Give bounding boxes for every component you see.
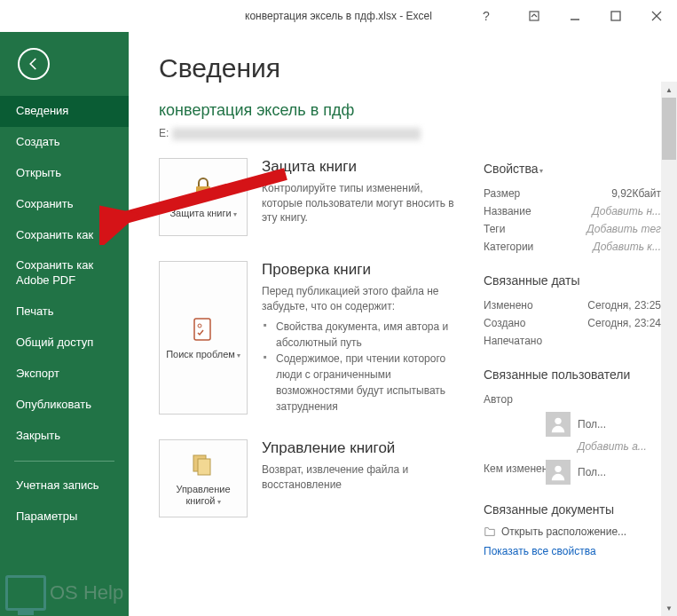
- document-path: E:: [159, 127, 677, 140]
- window-title: конвертация эксель в пдф.xlsx - Excel: [245, 10, 432, 22]
- prop-row-created: СозданоСегодня, 23:24: [484, 314, 661, 332]
- maximize-icon[interactable]: [595, 0, 636, 32]
- people-heading: Связанные пользователи: [484, 367, 661, 382]
- svg-rect-7: [194, 319, 210, 340]
- check-issues-label: Поиск проблем▾: [166, 349, 240, 360]
- add-author-link[interactable]: Добавить а...: [578, 440, 661, 453]
- scroll-up-icon[interactable]: ▲: [661, 82, 677, 98]
- manage-desc: Возврат, извлечение файла и восстановлен…: [262, 462, 462, 493]
- prop-row-modified: ИзмененоСегодня, 23:25: [484, 296, 661, 314]
- svg-point-12: [555, 465, 561, 471]
- protect-heading: Защита книги: [262, 158, 462, 176]
- manage-workbook-block: Управление книгой▾ Управление книгой Воз…: [159, 439, 462, 517]
- changed-by-user[interactable]: Пол...: [546, 460, 661, 485]
- sidebar-item-info[interactable]: Сведения: [0, 96, 129, 127]
- prop-row-title: НазваниеДобавить н...: [484, 202, 661, 220]
- checklist-icon: [189, 315, 217, 344]
- folder-icon: [484, 525, 496, 538]
- inspect-item: Содержимое, при чтении которого люди с о…: [262, 351, 462, 415]
- prop-row-categories: КатегорииДобавить к...: [484, 238, 661, 256]
- sidebar-item-share[interactable]: Общий доступ: [0, 328, 129, 359]
- documents-heading: Связанные документы: [484, 502, 661, 517]
- svg-rect-0: [530, 12, 539, 20]
- inspect-list: Свойства документа, имя автора и абсолют…: [262, 319, 462, 415]
- author-user[interactable]: Пол...: [546, 412, 661, 437]
- watermark-text: OS Help: [50, 581, 123, 604]
- author-name: Пол...: [578, 418, 606, 430]
- watermark: OS Help: [5, 575, 123, 611]
- path-drive: E:: [159, 127, 172, 139]
- ribbon-toggle-icon[interactable]: [514, 0, 555, 32]
- author-row: Автор: [484, 391, 661, 408]
- check-issues-button[interactable]: Поиск проблем▾: [159, 261, 248, 415]
- changed-by-name: Пол...: [578, 466, 606, 478]
- inspect-desc: Перед публикацией этого файла не забудьт…: [262, 284, 462, 314]
- info-main-column: Защита книги▾ Защита книги Контролируйте…: [159, 158, 462, 575]
- prop-row-printed: Напечатано: [484, 332, 661, 350]
- open-file-location-link[interactable]: Открыть расположение...: [484, 525, 661, 538]
- scroll-down-icon[interactable]: ▼: [661, 600, 677, 616]
- sidebar-item-account[interactable]: Учетная запись: [0, 470, 129, 501]
- window-controls: ?: [466, 0, 677, 32]
- svg-rect-2: [611, 12, 620, 20]
- manage-button-label: Управление книгой▾: [163, 484, 243, 507]
- sidebar-item-export[interactable]: Экспорт: [0, 359, 129, 390]
- svg-point-11: [555, 417, 561, 423]
- properties-heading[interactable]: Свойства▾: [484, 162, 661, 176]
- protect-workbook-button[interactable]: Защита книги▾: [159, 158, 248, 236]
- sidebar-item-save[interactable]: Сохранить: [0, 189, 129, 220]
- minimize-icon[interactable]: [555, 0, 595, 32]
- sidebar-divider: [14, 461, 114, 462]
- protect-workbook-block: Защита книги▾ Защита книги Контролируйте…: [159, 158, 462, 236]
- sidebar-item-save-as-pdf[interactable]: Сохранить как Adobe PDF: [0, 250, 129, 296]
- titlebar: конвертация эксель в пдф.xlsx - Excel ?: [0, 0, 677, 32]
- properties-panel: Свойства▾ Размер9,92Кбайт НазваниеДобави…: [484, 158, 661, 575]
- sidebar-item-publish[interactable]: Опубликовать: [0, 390, 129, 421]
- dates-heading: Связанные даты: [484, 273, 661, 288]
- close-icon[interactable]: [636, 0, 677, 32]
- content-pane: Сведения конвертация эксель в пдф E: Защ…: [129, 32, 677, 616]
- sidebar-item-options[interactable]: Параметры: [0, 501, 129, 533]
- vertical-scrollbar[interactable]: ▲ ▼: [661, 82, 677, 616]
- manage-workbook-button[interactable]: Управление книгой▾: [159, 439, 248, 517]
- protect-desc: Контролируйте типы изменений, которые по…: [262, 181, 462, 225]
- prop-row-size: Размер9,92Кбайт: [484, 185, 661, 202]
- sidebar-item-close[interactable]: Закрыть: [0, 421, 129, 452]
- sidebar-item-print[interactable]: Печать: [0, 296, 129, 328]
- page-title: Сведения: [159, 53, 677, 83]
- sidebar-item-new[interactable]: Создать: [0, 127, 129, 158]
- avatar-icon: [546, 460, 571, 485]
- backstage-sidebar: Сведения Создать Открыть Сохранить Сохра…: [0, 32, 129, 616]
- document-title: конвертация эксель в пдф: [159, 101, 677, 120]
- path-redacted: [172, 128, 421, 140]
- svg-rect-10: [198, 459, 210, 475]
- versions-icon: [189, 450, 217, 478]
- monitor-icon: [5, 575, 46, 611]
- manage-heading: Управление книгой: [262, 439, 462, 457]
- inspect-heading: Проверка книги: [262, 261, 462, 279]
- scroll-thumb[interactable]: [662, 98, 676, 160]
- inspect-item: Свойства документа, имя автора и абсолют…: [262, 319, 462, 351]
- sidebar-item-open[interactable]: Открыть: [0, 158, 129, 189]
- prop-row-tags: ТегиДобавить тег: [484, 220, 661, 238]
- inspect-workbook-block: Поиск проблем▾ Проверка книги Перед публ…: [159, 261, 462, 415]
- protect-button-label: Защита книги▾: [169, 208, 236, 219]
- show-all-properties-link[interactable]: Показать все свойства: [484, 545, 661, 557]
- svg-point-6: [201, 190, 205, 193]
- sidebar-item-save-as[interactable]: Сохранить как: [0, 220, 129, 251]
- back-button[interactable]: [18, 48, 50, 80]
- lock-icon: [189, 174, 217, 202]
- help-icon[interactable]: ?: [466, 0, 507, 32]
- avatar-icon: [546, 412, 571, 437]
